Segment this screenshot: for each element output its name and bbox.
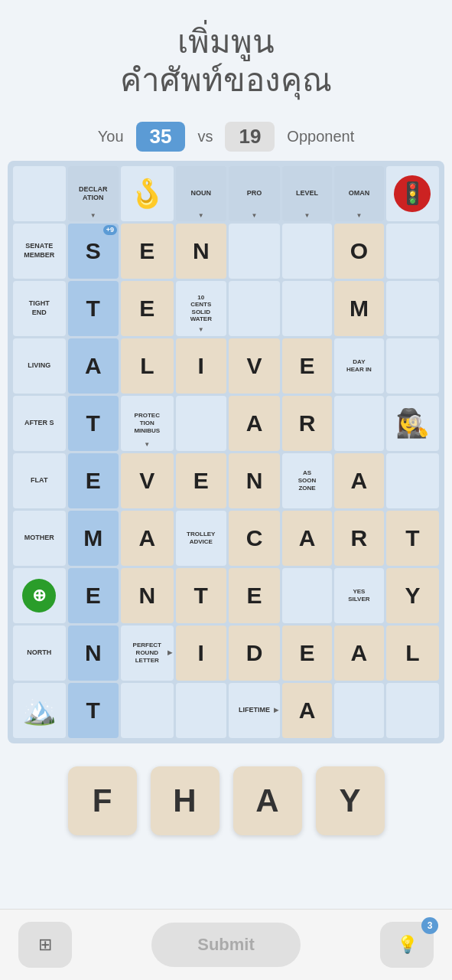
- tile-r[interactable]: R: [282, 396, 332, 451]
- tile-n3[interactable]: N: [68, 626, 119, 681]
- tile-t2[interactable]: T: [68, 396, 119, 451]
- tile-m2[interactable]: M: [68, 511, 119, 566]
- header-title-line2: คำศัพท์ของคุณ: [120, 61, 332, 100]
- tile-i[interactable]: I: [176, 338, 226, 394]
- woman-icon: 🕵️‍♀️: [389, 410, 436, 437]
- cell-r2-c7: [386, 281, 439, 336]
- hint-button[interactable]: 💡 3: [380, 922, 434, 968]
- lightbulb-icon: 💡: [397, 935, 418, 955]
- score-row: You 35 vs 19 Opponent: [98, 122, 354, 152]
- col-header-level: LEVEL: [282, 166, 332, 221]
- tile-r2[interactable]: R: [334, 511, 384, 566]
- tray-letter-h[interactable]: H: [151, 766, 219, 835]
- tile-n1[interactable]: N: [229, 453, 280, 508]
- scan-button[interactable]: ⊞: [18, 922, 72, 968]
- col-header-oman: OMAN: [334, 166, 384, 221]
- tray-letter-y[interactable]: Y: [316, 766, 385, 835]
- opp-score: 19: [225, 122, 275, 152]
- game-table: DECLARATION 🪝 NOUN PRO LEVEL OMAN SENATE…: [11, 164, 441, 740]
- tile-n[interactable]: N: [176, 224, 226, 279]
- table-row: FLAT E V E N ASSOONZONE A: [13, 453, 439, 508]
- clue-senate-member: SENATEMEMBER: [13, 224, 66, 279]
- tile-e5[interactable]: E: [176, 453, 226, 508]
- table-row: LIVING A L I V E DAYHEAR IN: [13, 338, 439, 394]
- tray-letter-a[interactable]: A: [233, 766, 302, 835]
- tile-e7[interactable]: E: [229, 568, 280, 623]
- clue-day-hearin: DAYHEAR IN: [334, 338, 384, 394]
- clue-10cents: 10CENTSSOLIDWATER: [176, 281, 226, 336]
- you-label: You: [98, 128, 124, 145]
- cell-r7-c5: [282, 568, 332, 623]
- clue-mother: MOTHER: [13, 511, 66, 566]
- tile-c[interactable]: C: [229, 511, 280, 566]
- cell-r3-c7: [386, 338, 439, 394]
- tile-e2[interactable]: E: [121, 281, 174, 336]
- tile-e6[interactable]: E: [68, 568, 119, 623]
- tile-m1[interactable]: M: [334, 281, 384, 336]
- clue-assoon-zone: ASSOONZONE: [282, 453, 332, 508]
- col-header-hook: 🪝: [121, 166, 174, 221]
- opp-label: Opponent: [287, 128, 354, 145]
- tile-l[interactable]: L: [386, 626, 439, 681]
- cell-r2-c5: [282, 281, 332, 336]
- clue-perfect-roundletter: PERFECTROUNDLETTER: [121, 626, 174, 681]
- tile-i2[interactable]: I: [176, 626, 226, 681]
- tile-t3[interactable]: T: [386, 511, 439, 566]
- col-header-noun: NOUN: [176, 166, 226, 221]
- cell-r4-c3: [176, 396, 226, 451]
- tile-o1[interactable]: O: [334, 224, 384, 279]
- tile-a5[interactable]: A: [282, 511, 332, 566]
- tile-d[interactable]: D: [229, 626, 280, 681]
- cell-entry-icon: ⊕: [13, 568, 66, 623]
- scan-icon: ⊞: [38, 935, 52, 955]
- clue-north: NORTH: [13, 626, 66, 681]
- bottom-bar: ⊞ Submit 💡 3: [0, 909, 452, 980]
- cell-r5-c7: [386, 453, 439, 508]
- cell-r9-c6: [334, 683, 384, 738]
- clue-yes-silver: YESSILVER: [334, 568, 384, 623]
- table-row: TIGHTEND T E 10CENTSSOLIDWATER M: [13, 281, 439, 336]
- letter-tray: F H A Y: [68, 766, 385, 835]
- tile-s[interactable]: S +9: [68, 224, 119, 279]
- tile-e8[interactable]: E: [282, 626, 332, 681]
- submit-button[interactable]: Submit: [151, 923, 301, 967]
- cell-r1-c5: [282, 224, 332, 279]
- cell-r0-c0: [13, 166, 66, 221]
- tray-letter-f[interactable]: F: [68, 766, 137, 835]
- table-row: ⊕ E N T E YESSILVER Y: [13, 568, 439, 623]
- tile-n2[interactable]: N: [121, 568, 174, 623]
- col-header-declaration: DECLARATION: [68, 166, 119, 221]
- cell-r4-c6: [334, 396, 384, 451]
- col-header-traffic: [386, 166, 439, 221]
- tile-v[interactable]: V: [229, 338, 280, 394]
- tile-t4[interactable]: T: [176, 568, 226, 623]
- tile-e4[interactable]: E: [68, 453, 119, 508]
- tile-a1[interactable]: A: [68, 338, 119, 394]
- tile-l[interactable]: L: [121, 338, 174, 394]
- tile-v2[interactable]: V: [121, 453, 174, 508]
- cell-r1-c4: [229, 224, 280, 279]
- header-title-line1: เพิ่มพูน: [120, 23, 332, 61]
- col-header-pro: PRO: [229, 166, 280, 221]
- tile-e3[interactable]: E: [282, 338, 332, 394]
- tile-e1[interactable]: E: [121, 224, 174, 279]
- tile-a4[interactable]: A: [121, 511, 174, 566]
- tile-t5[interactable]: T: [68, 683, 119, 738]
- you-score: 35: [136, 122, 186, 152]
- tile-y[interactable]: Y: [386, 568, 439, 623]
- clue-afters: AFTER S: [13, 396, 66, 451]
- hint-badge: 3: [421, 917, 438, 934]
- clue-flat: FLAT: [13, 453, 66, 508]
- tile-a6[interactable]: A: [334, 626, 384, 681]
- table-row: NORTH N PERFECTROUNDLETTER I D E A L: [13, 626, 439, 681]
- tile-a2[interactable]: A: [229, 396, 280, 451]
- vs-label: vs: [197, 128, 213, 145]
- table-row: AFTER S T PROTECTIONMINIBUS A R 🕵️‍♀️: [13, 396, 439, 451]
- tile-t1[interactable]: T: [68, 281, 119, 336]
- tile-a3[interactable]: A: [334, 453, 384, 508]
- cell-r9-c3: [176, 683, 226, 738]
- mountain-icon: 🏔️: [16, 697, 63, 724]
- tile-a7[interactable]: A: [282, 683, 332, 738]
- cell-r9-c7: [386, 683, 439, 738]
- table-row: 🏔️ T LIFETIME A: [13, 683, 439, 738]
